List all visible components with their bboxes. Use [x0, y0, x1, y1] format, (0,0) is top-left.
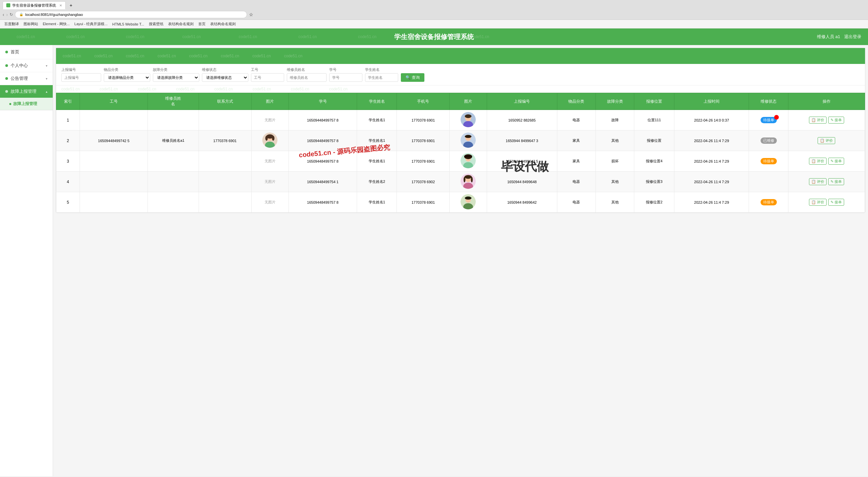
action-buttons: 📋 评价✎ 接单: [790, 157, 863, 165]
cell-location: 位置111: [634, 110, 674, 131]
bookmark-layui[interactable]: Layui - 经典开源模...: [72, 21, 109, 27]
search-input-worker-name[interactable]: [287, 73, 327, 82]
accept-button[interactable]: ✎ 接单: [828, 116, 844, 124]
cell-location: 报修位置3: [634, 172, 674, 192]
refresh-button[interactable]: ↻: [10, 12, 13, 17]
search-field-repair-status: 维修状态 请选择维修状态 待接单 已维修: [202, 67, 248, 82]
search-input-report-no[interactable]: [61, 73, 101, 82]
cell-report-no: 1650944 8499648: [487, 172, 557, 192]
cell-worker-img: [251, 131, 289, 151]
user-label: 维修人员 a1: [817, 34, 840, 40]
cell-student-no: 16509448499757 8: [289, 192, 357, 213]
forward-button[interactable]: ›: [6, 12, 8, 17]
bookmark-element[interactable]: Element - 网快...: [41, 21, 71, 27]
cell-location: 报修位置: [634, 131, 674, 151]
sidebar-group-fault[interactable]: 故障上报管理 ▴: [0, 85, 53, 98]
app-header: code51.cn code51.cn code51.cn code51.cn …: [0, 29, 868, 45]
accept-button[interactable]: ✎ 接单: [828, 178, 844, 185]
sidebar-announcement-label: 公告管理: [10, 75, 28, 81]
sidebar-personal-label: 个人中心: [10, 63, 28, 69]
cell-item-cat: 电器: [557, 172, 595, 192]
cell-report-no: 1650944 8499642: [487, 192, 557, 213]
search-btn-label: 查询: [412, 75, 420, 80]
detail-button[interactable]: 📋 评价: [809, 116, 827, 124]
cell-fault-cat: 损坏: [596, 151, 634, 172]
chevron-down-icon2: ▾: [46, 77, 48, 80]
cell-student-name: 学生姓名1: [357, 110, 397, 131]
col-phone: 手机号: [397, 93, 450, 110]
home-dot: [5, 51, 8, 53]
sidebar-item-fault-report[interactable]: 故障上报管理: [0, 98, 53, 110]
sidebar-item-home[interactable]: 首页: [0, 45, 53, 59]
data-table: 索引 工号 维修员姓名 联系方式 图片 学号 学生姓名 手机号 图片 上报编号 …: [56, 93, 865, 213]
cell-student-name: 学生姓名2: [357, 172, 397, 192]
cell-fault-cat: 其他: [596, 172, 634, 192]
cell-contact: [198, 172, 251, 192]
search-input-student-name[interactable]: [365, 73, 398, 82]
cell-student-img: [450, 131, 487, 151]
table-row: 1 无图片 16509448499757 8 学生姓名1 1770378 690…: [56, 110, 865, 131]
search-select-repair-status[interactable]: 请选择维修状态 待接单 已维修: [202, 73, 248, 82]
action-buttons: 📋 评价✎ 接单: [790, 116, 863, 124]
sidebar-fault-group-label: 故障上报管理: [10, 89, 36, 94]
accept-button[interactable]: ✎ 接单: [828, 199, 844, 206]
detail-button[interactable]: 📋 评价: [809, 158, 827, 165]
cell-worker-img: 无图片: [251, 172, 289, 192]
svg-point-29: [465, 197, 471, 199]
sidebar-item-announcement[interactable]: 公告管理 ▾: [0, 72, 53, 85]
detail-button[interactable]: 📋 评价: [809, 178, 827, 185]
bookmark-table-rule[interactable]: 表结构命名规则: [166, 21, 195, 27]
search-field-report-no: 上报编号: [61, 67, 101, 82]
cell-report-time: 2022-04-26 11:4 7:29: [674, 192, 749, 213]
cell-status: [749, 172, 788, 192]
bookmark-icons[interactable]: 图标网站: [22, 21, 40, 27]
search-select-item-cat[interactable]: 请选择物品分类 电器 家具: [104, 73, 150, 82]
main-content: code51.cn code51.cn code51.cn code51.cn …: [53, 45, 868, 476]
search-input-worker-no[interactable]: [251, 73, 284, 82]
table-header-row: 索引 工号 维修员姓名 联系方式 图片 学号 学生姓名 手机号 图片 上报编号 …: [56, 93, 865, 110]
cell-location: 报修位置2: [634, 192, 674, 213]
back-button[interactable]: ‹: [3, 12, 4, 17]
address-bar[interactable]: 🔒 localhost:8081/#/guzhangshangbao: [15, 11, 247, 18]
cell-report-no: 1650952 882685: [487, 110, 557, 131]
col-worker-no: 工号: [80, 93, 148, 110]
col-student-no: 学号: [289, 93, 357, 110]
bookmark-html5[interactable]: HTML5 Website T...: [111, 22, 146, 27]
table-row: 2 16509448499742 5 维修员姓名a1 1770378 6901 …: [56, 131, 865, 151]
col-worker-img: 图片: [251, 93, 289, 110]
cell-actions: 📋 评价✎ 接单: [788, 172, 865, 192]
tab-close-icon[interactable]: ✕: [59, 4, 62, 7]
action-buttons: 📋 评价✎ 接单: [790, 178, 863, 185]
col-item-cat: 物品分类: [557, 93, 595, 110]
header-right: 维修人员 a1 退出登录: [795, 34, 861, 40]
bookmark-home[interactable]: 首页: [196, 21, 207, 27]
search-select-fault-cat[interactable]: 请选择故障分类 故障 损坏 其他: [153, 73, 199, 82]
search-input-student-no[interactable]: [329, 73, 362, 82]
browser-tab-active[interactable]: 学生宿舍设备报修管理系统 ✕: [3, 1, 66, 9]
bookmark-table-rule2[interactable]: 表结构命名规则: [209, 21, 238, 27]
svg-point-14: [465, 135, 471, 138]
accept-button[interactable]: ✎ 接单: [828, 158, 844, 165]
bookmark-star[interactable]: ☆: [249, 12, 253, 17]
bookmark-wallpaper[interactable]: 搜索壁纸: [147, 21, 165, 27]
detail-button[interactable]: 📋 评价: [817, 137, 835, 144]
cell-worker-name: 维修员姓名a1: [148, 131, 198, 151]
cell-report-time: 2022-04-26 11:4 7:29: [674, 151, 749, 172]
col-location: 报修位置: [634, 93, 674, 110]
cell-worker-no: 16509448499742 5: [80, 131, 148, 151]
detail-button[interactable]: 📋 评价: [809, 199, 827, 206]
browser-address-bar: ‹ › ↻ 🔒 localhost:8081/#/guzhangshangbao…: [0, 9, 868, 20]
table-row: 3 无图片 16509448499757 8 学生姓名1 1770378 690…: [56, 151, 865, 172]
new-tab-button[interactable]: +: [67, 1, 75, 9]
sidebar-group-personal[interactable]: 个人中心 ▾: [0, 59, 53, 72]
col-actions: 操作: [788, 93, 865, 110]
cell-report-time: 2022-04-26 11:4 7:29: [674, 131, 749, 151]
cell-phone: 1770378 6902: [397, 172, 450, 192]
search-button[interactable]: 🔍 查询: [401, 73, 424, 82]
cell-worker-no: [80, 110, 148, 131]
logout-button[interactable]: 退出登录: [844, 34, 861, 40]
svg-point-4: [465, 114, 471, 118]
cell-worker-img: 无图片: [251, 192, 289, 213]
cell-worker-no: [80, 172, 148, 192]
bookmark-baidu[interactable]: 百度翻译: [3, 21, 21, 27]
